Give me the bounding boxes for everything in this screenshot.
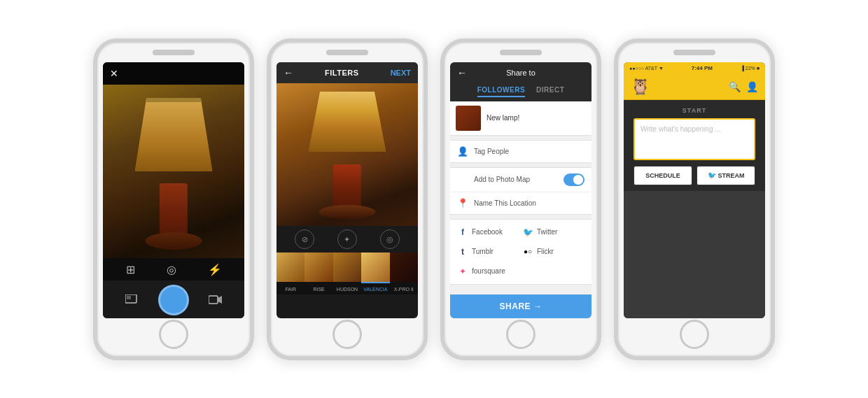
stream-button[interactable]: 🐦 STREAM bbox=[696, 166, 755, 185]
library-icon[interactable] bbox=[121, 292, 142, 308]
filter-icons-row: ⊘ ✦ ◎ bbox=[276, 226, 418, 253]
grid-icon[interactable]: ⊞ bbox=[126, 263, 135, 276]
tab-followers[interactable]: FOLLOWERS bbox=[477, 86, 525, 97]
social-row-1: f Facebook 🐦 Twitter bbox=[450, 222, 592, 242]
lamp-shade bbox=[134, 98, 212, 171]
filter-fair-thumb bbox=[276, 253, 304, 282]
tumblr-label: Tumblr bbox=[472, 248, 493, 255]
filter-icon-1[interactable]: ⊘ bbox=[295, 229, 314, 249]
tag-icon: 👤 bbox=[457, 146, 468, 157]
next-button[interactable]: NEXT bbox=[391, 69, 411, 77]
time-text: 7:44 PM bbox=[692, 65, 713, 71]
share-social-grid: f Facebook 🐦 Twitter t Tumblr ●○ bbox=[450, 219, 592, 285]
camera-toolbar-mid: ⊞ ◎ ⚡ bbox=[103, 258, 244, 280]
phone-filters: ← FILTERS NEXT ⊘ ✦ ◎ FAIR bbox=[267, 38, 428, 360]
photo-map-toggle[interactable] bbox=[564, 173, 584, 186]
filter-viewfinder bbox=[276, 83, 418, 227]
twitter-toggle[interactable]: 🐦 Twitter bbox=[522, 225, 584, 240]
focus-icon[interactable]: ◎ bbox=[167, 263, 176, 276]
filter-xpro-label: X-PRO II bbox=[394, 287, 414, 292]
share-thumbnail bbox=[456, 106, 481, 131]
start-label: START bbox=[624, 100, 765, 118]
schedule-button[interactable]: SCHEDULE bbox=[634, 166, 692, 185]
profile-nav-icon[interactable]: 👤 bbox=[746, 81, 758, 92]
flickr-toggle[interactable]: ●○ Flickr bbox=[522, 244, 584, 260]
filters-title: FILTERS bbox=[325, 69, 359, 77]
filter-hudson[interactable]: HUDSON bbox=[333, 253, 361, 294]
phones-container: ✕ ⊞ ◎ ⚡ bbox=[79, 24, 789, 374]
filter-fair[interactable]: FAIR bbox=[276, 253, 304, 294]
share-photo-row: New lamp! bbox=[450, 101, 592, 136]
svg-marker-3 bbox=[218, 296, 222, 304]
tag-people-row[interactable]: 👤 Tag People bbox=[450, 141, 592, 162]
action-buttons: SCHEDULE 🐦 STREAM bbox=[634, 166, 755, 185]
periscope-logo: 🦉 bbox=[631, 78, 650, 96]
lamp-base bbox=[146, 232, 202, 250]
filter-hudson-label: HUDSON bbox=[337, 287, 358, 292]
filter-xpro[interactable]: X-PRO II bbox=[390, 253, 418, 294]
twitter-icon: 🐦 bbox=[522, 227, 533, 237]
tag-people-label: Tag People bbox=[474, 148, 584, 155]
stream-input[interactable]: Write what's happening ... bbox=[634, 118, 755, 160]
back-icon[interactable]: ← bbox=[284, 67, 293, 78]
search-nav-icon[interactable]: 🔍 bbox=[729, 81, 741, 92]
tab-direct[interactable]: DIRECT bbox=[536, 86, 564, 97]
nav-icons: 🔍 👤 bbox=[729, 81, 758, 92]
social-row-2: t Tumblr ●○ Flickr bbox=[450, 242, 592, 262]
share-caption-text[interactable]: New lamp! bbox=[486, 114, 519, 122]
share-button[interactable]: SHARE → bbox=[450, 294, 592, 318]
camera-viewfinder bbox=[103, 85, 244, 259]
share-tabs: FOLLOWERS DIRECT bbox=[450, 83, 592, 101]
schedule-label: SCHEDULE bbox=[645, 172, 680, 179]
location-label: Name This Location bbox=[474, 199, 584, 207]
share-header-title: Share to bbox=[506, 69, 536, 77]
location-row[interactable]: 📍 Name This Location bbox=[450, 192, 592, 214]
filter-rise-thumb bbox=[304, 253, 332, 282]
filter-rise-label: RISE bbox=[313, 287, 324, 292]
phone-share: ← Share to FOLLOWERS DIRECT New lamp! 👤 … bbox=[440, 38, 601, 360]
periscope-nav: 🦉 🔍 👤 bbox=[624, 75, 765, 100]
filter-icon-3[interactable]: ◎ bbox=[380, 229, 400, 249]
twitter-bird-icon: 🐦 bbox=[708, 171, 716, 179]
tumblr-toggle[interactable]: t Tumblr bbox=[457, 244, 519, 260]
filters-screen: ← FILTERS NEXT ⊘ ✦ ◎ FAIR bbox=[276, 62, 418, 318]
filter-xpro-thumb bbox=[390, 253, 418, 282]
filter-hudson-thumb bbox=[333, 253, 361, 282]
filter-rise[interactable]: RISE bbox=[304, 253, 332, 294]
carrier-text: ●●○○○ AT&T ▼ bbox=[629, 66, 664, 71]
flickr-label: Flickr bbox=[537, 248, 554, 255]
filter-valencia-thumb bbox=[361, 253, 389, 282]
share-back-icon[interactable]: ← bbox=[457, 67, 467, 78]
video-icon[interactable] bbox=[205, 292, 226, 308]
flickr-icon: ●○ bbox=[522, 248, 533, 255]
camera-screen: ✕ ⊞ ◎ ⚡ bbox=[103, 62, 244, 318]
facebook-label: Facebook bbox=[472, 228, 503, 236]
share-spacer bbox=[450, 285, 592, 294]
tumblr-icon: t bbox=[457, 247, 468, 257]
svg-rect-1 bbox=[127, 296, 131, 299]
shutter-button[interactable] bbox=[158, 285, 189, 315]
photo-map-row[interactable]: Add to Photo Map bbox=[450, 168, 592, 192]
facebook-icon: f bbox=[457, 227, 468, 237]
filter-valencia[interactable]: VALENCIA bbox=[361, 253, 389, 294]
camera-toolbar-top: ✕ bbox=[103, 62, 244, 85]
svg-rect-2 bbox=[209, 296, 218, 304]
input-placeholder: Write what's happening ... bbox=[640, 125, 721, 133]
facebook-toggle[interactable]: f Facebook bbox=[457, 225, 519, 240]
photo-map-label: Add to Photo Map bbox=[474, 176, 558, 183]
filters-header: ← FILTERS NEXT bbox=[276, 62, 418, 83]
filter-icon-2[interactable]: ✦ bbox=[337, 229, 357, 249]
phone-camera: ✕ ⊞ ◎ ⚡ bbox=[93, 38, 254, 360]
periscope-screen: ●●○○○ AT&T ▼ 7:44 PM ▐ 22% ■ 🦉 🔍 👤 START… bbox=[624, 62, 765, 318]
share-header: ← Share to bbox=[450, 62, 592, 83]
camera-actions-row bbox=[103, 285, 244, 315]
flash-icon[interactable]: ⚡ bbox=[208, 263, 222, 276]
filter-lamp-shade bbox=[308, 92, 386, 152]
foursquare-icon: ✦ bbox=[457, 266, 468, 276]
filter-strip: FAIR RISE HUDSON VALENCIA X-PRO II bbox=[276, 253, 418, 294]
status-bar: ●●○○○ AT&T ▼ 7:44 PM ▐ 22% ■ bbox=[624, 62, 765, 75]
phone-periscope: ●●○○○ AT&T ▼ 7:44 PM ▐ 22% ■ 🦉 🔍 👤 START… bbox=[614, 38, 775, 360]
share-screen: ← Share to FOLLOWERS DIRECT New lamp! 👤 … bbox=[450, 62, 592, 318]
foursquare-toggle[interactable]: ✦ foursquare bbox=[457, 264, 584, 279]
close-icon[interactable]: ✕ bbox=[110, 68, 118, 79]
